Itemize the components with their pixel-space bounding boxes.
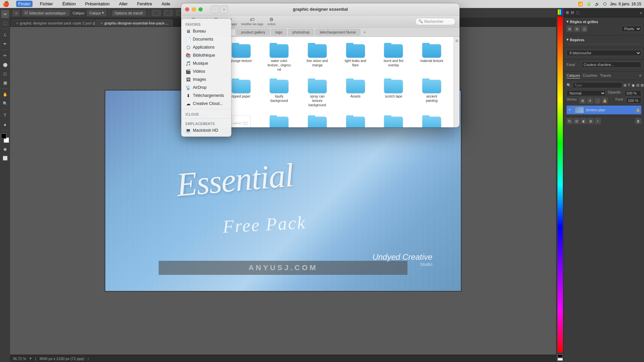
- background-chip[interactable]: [557, 358, 563, 361]
- color-swatches[interactable]: [1, 133, 9, 143]
- fx-icon[interactable]: fx: [567, 118, 573, 124]
- menu-aller[interactable]: Aller: [117, 1, 130, 7]
- zoom-chevron[interactable]: ▾: [30, 356, 32, 361]
- color-spectrum[interactable]: [557, 17, 563, 353]
- tab-traces[interactable]: Tracés: [600, 73, 611, 78]
- ps-new-doc-btn[interactable]: +: [13, 10, 19, 16]
- layer-filter-icon-1[interactable]: ⊞: [624, 83, 627, 87]
- layer-visibility-icon[interactable]: 👁: [568, 108, 573, 112]
- menu-aide[interactable]: Aide: [159, 1, 172, 7]
- tool-stamp[interactable]: ⬤: [1, 61, 9, 69]
- menu-finder[interactable]: Finder: [16, 1, 33, 7]
- toolbar-action-btn[interactable]: ⚙ Action: [267, 17, 276, 26]
- folder-water-color[interactable]: water color texture...ckground: [261, 41, 297, 74]
- foreground-color[interactable]: [1, 133, 6, 139]
- sidebar-airdrop[interactable]: 📡 AirDrop: [181, 83, 231, 92]
- align-left-btn[interactable]: ⬛: [152, 10, 161, 16]
- tool-brush[interactable]: ✏: [1, 52, 9, 60]
- tool-gradient[interactable]: ▦: [1, 79, 9, 87]
- sidebar-bibliotheque[interactable]: 📚 Bibliothèque: [181, 51, 231, 59]
- tool-text[interactable]: T: [1, 111, 9, 119]
- tool-select[interactable]: ⬚: [1, 19, 9, 27]
- tool-eraser[interactable]: ◻: [1, 70, 9, 78]
- lock-icon-1[interactable]: ⊞: [580, 98, 586, 104]
- menu-edition[interactable]: Édition: [60, 1, 78, 7]
- lock-icon-2[interactable]: ✛: [587, 98, 593, 104]
- add-mask-icon[interactable]: ⊟: [574, 118, 580, 124]
- layer-filter-icon-3[interactable]: ◉: [632, 83, 635, 87]
- adj-layer-icon[interactable]: ◐: [581, 118, 587, 124]
- folder-assets[interactable]: Assets: [338, 76, 373, 111]
- menu-fichier[interactable]: Fichier: [38, 1, 55, 7]
- finder-search[interactable]: 🔍 Rechercher: [415, 18, 455, 25]
- layers-panel-menu[interactable]: ≡: [639, 73, 641, 78]
- tool-shape[interactable]: ▲: [1, 120, 9, 128]
- statusbar-arrow[interactable]: ›: [88, 357, 89, 361]
- group-layer-icon[interactable]: ⊞: [588, 118, 594, 124]
- doc-tab-2-close[interactable]: ✕: [100, 21, 103, 25]
- window-close-btn[interactable]: ✕: [185, 7, 189, 11]
- folder-ancient-painting[interactable]: ancient painting: [414, 76, 449, 111]
- lock-icon-3[interactable]: ⬚: [594, 98, 600, 104]
- tab-couches[interactable]: Couches: [583, 73, 597, 78]
- folder-scotch-tape[interactable]: scotch tape: [376, 76, 412, 111]
- finder-tab-4[interactable]: telechargement Nvme: [315, 29, 360, 36]
- finder-tab-3[interactable]: photoshop: [288, 29, 314, 36]
- sidebar-videos[interactable]: 🎬 Vidéos: [181, 67, 231, 75]
- toolbar-tags-btn[interactable]: 🏷 Modifier les tags: [241, 17, 263, 26]
- sidebar-telechargements[interactable]: ⬇ Téléchargements: [181, 92, 231, 100]
- fond-input[interactable]: [626, 98, 641, 104]
- grid-btn-2[interactable]: ⊟: [574, 26, 580, 32]
- folder-liquify[interactable]: liquify background: [261, 76, 297, 111]
- grid-btn-3[interactable]: ◫: [581, 26, 587, 32]
- pixels-select[interactable]: Pixels: [621, 26, 641, 32]
- layer-filter-icon-5[interactable]: ⊞: [641, 83, 644, 87]
- panel-icon-3[interactable]: ⬚: [576, 10, 579, 15]
- delete-layer-icon[interactable]: 🗑: [635, 118, 641, 124]
- menu-presentation[interactable]: Présentation: [83, 1, 112, 7]
- folder-light-leaks[interactable]: light leaks and flare: [338, 41, 373, 74]
- color-picker-btn[interactable]: [557, 9, 563, 15]
- finder-back-btn[interactable]: ‹: [211, 5, 219, 13]
- panel-icon-2[interactable]: ⊟: [571, 10, 574, 15]
- panel-collapse-btn[interactable]: »: [640, 11, 642, 15]
- sidebar-macintosh-hd[interactable]: 💻 Macintosh HD: [181, 126, 231, 134]
- foreground-chip[interactable]: [557, 355, 563, 357]
- bits-select[interactable]: 8 bits/couche: [567, 50, 641, 56]
- ps-sel-auto-btn[interactable]: ☑ Sélection automatique :: [22, 10, 70, 16]
- panel-regles-header[interactable]: ▾ Règles et grilles: [567, 19, 641, 24]
- panel-toggle[interactable]: ⊟: [454, 38, 459, 43]
- tab-calques[interactable]: Calques: [567, 73, 580, 78]
- finder-tab-add-btn[interactable]: +: [362, 29, 368, 35]
- doc-tab-1[interactable]: ✕ graphic designer essential pack copie …: [11, 19, 95, 26]
- grid-btn-1[interactable]: ⊞: [567, 26, 573, 32]
- screen-mode[interactable]: ⬜: [1, 154, 9, 162]
- tool-lasso[interactable]: ℒ: [1, 31, 9, 39]
- blend-mode-select[interactable]: Normal: [567, 90, 606, 96]
- tool-pen[interactable]: ✒: [1, 40, 9, 48]
- folder-holographic[interactable]: holographic asset: [414, 113, 449, 127]
- quick-mask[interactable]: ◉: [1, 145, 9, 153]
- finder-tab-2[interactable]: logo: [271, 29, 287, 36]
- opacity-input[interactable]: [625, 90, 641, 96]
- sidebar-musique[interactable]: 🎵 Musique: [181, 59, 231, 67]
- align-center-btn[interactable]: ⬛: [164, 10, 173, 16]
- folder-gradient-bg[interactable]: gradient background: [261, 113, 297, 127]
- folder-material-texture[interactable]: material texture: [414, 41, 449, 74]
- menu-fenetre[interactable]: Fenêtre: [135, 1, 154, 7]
- panel-reperes-header[interactable]: ▾ Repères: [567, 38, 641, 42]
- doc-tab-1-close[interactable]: ✕: [16, 21, 18, 25]
- lock-icon-4[interactable]: 🔒: [602, 98, 608, 104]
- window-maximize-btn[interactable]: +: [199, 7, 203, 11]
- folder-cd-logo[interactable]: CD + logo: [338, 113, 373, 127]
- tool-zoom[interactable]: 🔍: [1, 100, 9, 108]
- doc-tab-2[interactable]: ✕ graphic-designer-essential-free-pack-.…: [96, 19, 173, 26]
- layer-filter-icon-2[interactable]: T: [628, 83, 630, 87]
- new-layer-icon[interactable]: +: [595, 118, 601, 124]
- folder-spray-can[interactable]: spray can texture background: [300, 76, 335, 111]
- layer-search-input[interactable]: [573, 82, 622, 88]
- folder-burnt-fire[interactable]: burnt and fire overlay: [376, 41, 412, 74]
- sidebar-bureau[interactable]: 🖥 Bureau: [181, 27, 231, 35]
- finder-forward-btn[interactable]: ›: [220, 5, 228, 13]
- calque-btn[interactable]: Calque ▾: [87, 10, 106, 16]
